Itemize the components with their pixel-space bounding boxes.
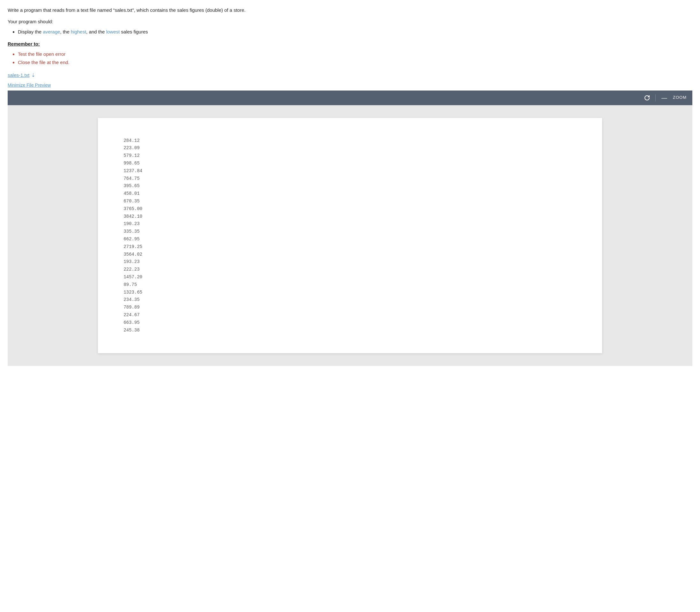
remember-list: Test the file open error Close the file … xyxy=(18,50,692,66)
sales-number: 224.67 xyxy=(123,311,576,319)
sales-number: 193.23 xyxy=(123,258,576,266)
sales-number: 335.35 xyxy=(123,228,576,236)
sales-number: 89.75 xyxy=(123,281,576,289)
sales-number: 458.01 xyxy=(123,190,576,198)
sales-number: 663.95 xyxy=(123,319,576,327)
file-link-row: sales-1.txt ⇣ xyxy=(8,71,692,79)
remember-item-1: Test the file open error xyxy=(18,50,692,58)
sales-number: 190.23 xyxy=(123,220,576,228)
features-list: Display the average, the highest, and th… xyxy=(18,28,692,36)
sales-number: 3842.10 xyxy=(123,213,576,221)
file-download-link[interactable]: sales-1.txt xyxy=(8,71,29,79)
sales-number: 2719.25 xyxy=(123,243,576,251)
sales-number: 764.75 xyxy=(123,175,576,183)
preview-container: 284.12223.09579.12998.651237.84764.75395… xyxy=(8,105,692,366)
sales-number: 3564.02 xyxy=(123,251,576,259)
sales-number: 222.23 xyxy=(123,266,576,274)
preview-toolbar: — ZOOM xyxy=(8,91,692,105)
minimize-preview-link[interactable]: Minimize File Preview xyxy=(8,82,51,88)
lowest-link[interactable]: lowest xyxy=(106,29,120,34)
sales-number: 662.95 xyxy=(123,236,576,243)
sales-number: 670.35 xyxy=(123,198,576,205)
sales-number: 1323.65 xyxy=(123,289,576,296)
refresh-button[interactable] xyxy=(643,94,651,102)
toolbar-divider xyxy=(655,94,656,101)
sales-number: 395.65 xyxy=(123,182,576,190)
zoom-label[interactable]: ZOOM xyxy=(673,94,687,101)
sales-number: 579.12 xyxy=(123,152,576,160)
should-label: Your program should: xyxy=(8,18,692,26)
sales-number: 1237.84 xyxy=(123,167,576,175)
sales-number: 245.38 xyxy=(123,327,576,334)
file-numbers-content: 284.12223.09579.12998.651237.84764.75395… xyxy=(123,137,576,334)
remember-heading: Remember to: xyxy=(8,40,692,48)
file-content-page: 284.12223.09579.12998.651237.84764.75395… xyxy=(98,118,602,353)
remember-item-2: Close the file at the end. xyxy=(18,59,692,66)
description-text: Write a program that reads from a text f… xyxy=(8,6,692,14)
minimize-zoom-button[interactable]: — xyxy=(660,94,669,101)
sales-number: 998.65 xyxy=(123,160,576,167)
sales-number: 789.89 xyxy=(123,304,576,311)
download-icon[interactable]: ⇣ xyxy=(31,71,36,79)
features-list-item: Display the average, the highest, and th… xyxy=(18,28,692,36)
sales-number: 234.35 xyxy=(123,296,576,304)
average-link[interactable]: average xyxy=(43,29,60,34)
sales-number: 223.09 xyxy=(123,144,576,152)
refresh-icon xyxy=(644,95,650,101)
sales-number: 1457.20 xyxy=(123,274,576,281)
sales-number: 284.12 xyxy=(123,137,576,145)
highest-link[interactable]: highest xyxy=(71,29,86,34)
sales-number: 3765.00 xyxy=(123,205,576,213)
